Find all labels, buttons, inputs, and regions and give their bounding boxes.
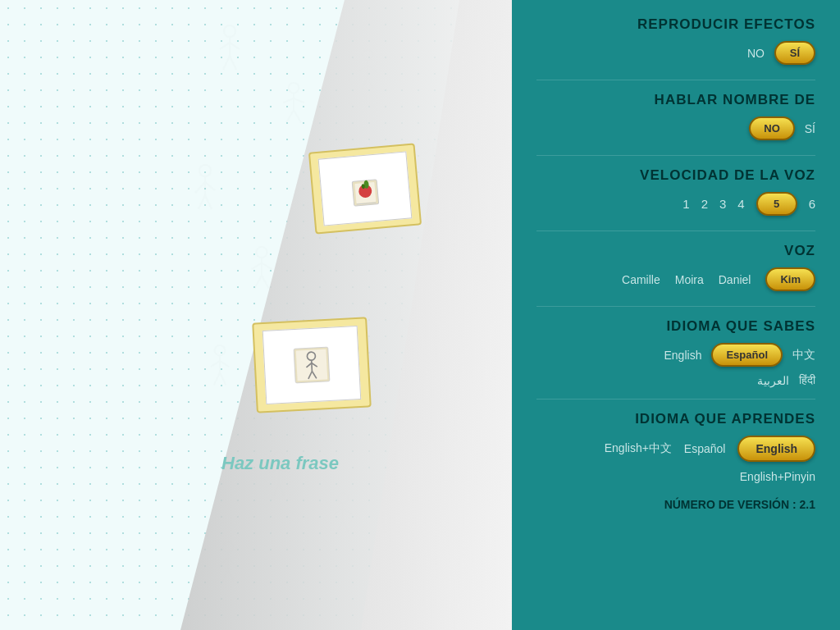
speed-2[interactable]: 2: [701, 197, 708, 211]
reproducir-efectos-heading: REPRODUCIR EFECTOS: [536, 16, 815, 33]
reproducir-efectos-section: REPRODUCIR EFECTOS NO SÍ: [536, 16, 815, 65]
learn-english-chinese-option[interactable]: English+中文: [605, 441, 672, 456]
voz-options: Camille Moira Daniel Kim: [536, 267, 815, 291]
idioma-sabes-row2: العربية हिंदी: [536, 373, 815, 387]
idioma-espanol-button[interactable]: Español: [711, 343, 783, 367]
idioma-hindi-option[interactable]: हिंदी: [799, 373, 815, 387]
hablar-si-option[interactable]: SÍ: [805, 122, 815, 135]
velocidad-heading: VELOCIDAD DE LA VOZ: [536, 167, 815, 184]
learn-english-pinyin-option[interactable]: English+Pinyin: [740, 470, 815, 483]
reproducir-no-option[interactable]: NO: [747, 47, 765, 60]
voz-camille[interactable]: Camille: [622, 273, 660, 286]
speed-6[interactable]: 6: [809, 197, 815, 211]
idioma-aprendes-row2: English+Pinyin: [536, 470, 815, 483]
voz-section: VOZ Camille Moira Daniel Kim: [536, 243, 815, 291]
idioma-english-option[interactable]: English: [664, 349, 702, 362]
divider-2: [536, 155, 815, 156]
velocidad-options: 1 2 3 4 5 6: [536, 192, 815, 216]
idioma-sabes-heading: IDIOMA QUE SABES: [536, 318, 815, 335]
divider-5: [536, 399, 815, 399]
divider-4: [536, 306, 815, 307]
reproducir-si-button[interactable]: SÍ: [774, 41, 815, 65]
divider-3: [536, 231, 815, 231]
hablar-nombre-options: NO SÍ: [536, 116, 815, 140]
divider-1: [536, 80, 815, 80]
haz-una-frase-text: Haz una frase: [221, 453, 339, 474]
speed-1[interactable]: 1: [682, 197, 689, 211]
learn-espanol-option[interactable]: Español: [684, 442, 726, 455]
velocidad-section: VELOCIDAD DE LA VOZ 1 2 3 4 5 6: [536, 167, 815, 216]
hablar-nombre-section: HABLAR NOMBRE DE NO SÍ: [536, 92, 815, 140]
hablar-nombre-heading: HABLAR NOMBRE DE: [536, 92, 815, 108]
hablar-no-button[interactable]: NO: [749, 116, 795, 140]
page-curl: [0, 0, 525, 630]
speed-4[interactable]: 4: [737, 197, 744, 211]
idioma-sabes-section: IDIOMA QUE SABES English Español 中文 العر…: [536, 318, 815, 387]
speed-5-button[interactable]: 5: [756, 192, 797, 216]
voz-kim-button[interactable]: Kim: [765, 267, 815, 291]
idioma-aprendes-heading: IDIOMA QUE APRENDES: [536, 411, 815, 427]
voz-moira[interactable]: Moira: [675, 273, 704, 286]
svg-marker-72: [180, 0, 525, 630]
flashcard-top-inner: [318, 152, 412, 226]
right-panel: REPRODUCIR EFECTOS NO SÍ HABLAR NOMBRE D…: [512, 0, 840, 630]
idioma-sabes-row1: English Español 中文: [536, 343, 815, 367]
idioma-chinese-option[interactable]: 中文: [792, 348, 815, 363]
learn-english-button[interactable]: English: [737, 436, 815, 462]
idioma-aprendes-row1: English+中文 Español English: [536, 436, 815, 462]
voz-daniel[interactable]: Daniel: [719, 273, 751, 286]
reproducir-efectos-options: NO SÍ: [536, 41, 815, 65]
version-text: NÚMERO DE VERSIÓN : 2.1: [536, 498, 815, 511]
voz-heading: VOZ: [536, 243, 815, 259]
flashcard-bottom-inner: [262, 326, 361, 404]
idioma-aprendes-section: IDIOMA QUE APRENDES English+中文 Español E…: [536, 411, 815, 483]
flashcard-bottom: [252, 317, 372, 413]
idioma-arabic-option[interactable]: العربية: [757, 374, 789, 387]
svg-line-82: [312, 360, 313, 371]
left-panel: Haz una frase: [0, 0, 525, 630]
flashcard-top: [308, 144, 422, 235]
speed-3[interactable]: 3: [719, 197, 726, 211]
